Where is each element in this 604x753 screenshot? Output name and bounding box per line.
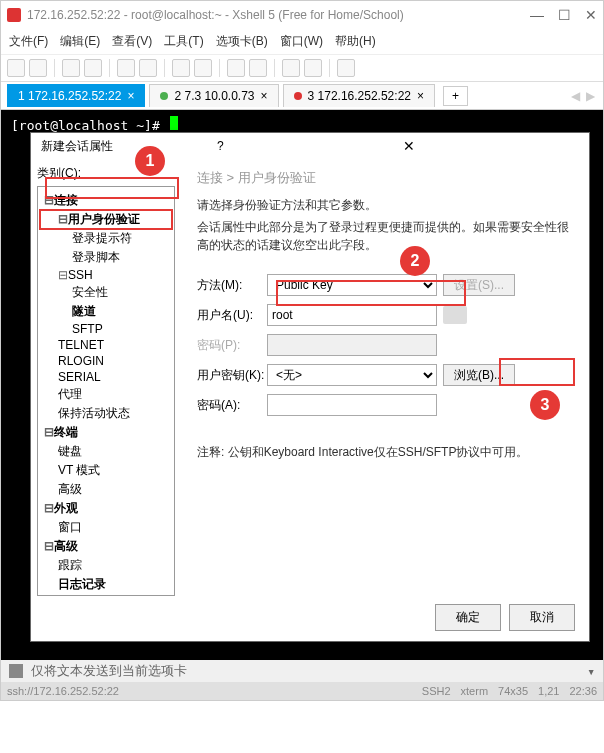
status-pos: 1,21	[538, 685, 559, 697]
tab-prev-icon[interactable]: ◀	[571, 89, 580, 103]
tree-tunnel[interactable]: 隧道	[40, 302, 172, 321]
passphrase-label: 密码(A):	[197, 397, 267, 414]
tree-trace[interactable]: 跟踪	[40, 556, 172, 575]
tree-login-script[interactable]: 登录脚本	[40, 248, 172, 267]
callout-1: 1	[135, 146, 165, 176]
tab-next-icon[interactable]: ▶	[586, 89, 595, 103]
titlebar: 172.16.252.52:22 - root@localhost:~ - Xs…	[1, 1, 603, 29]
tree-window[interactable]: 窗口	[40, 518, 172, 537]
statusbar: ssh://172.16.252.52:22 SSH2 xterm 74x35 …	[1, 682, 603, 700]
passphrase-input[interactable]	[267, 394, 437, 416]
tree-logging[interactable]: 日志记录	[40, 575, 172, 594]
maximize-button[interactable]: ☐	[558, 7, 571, 23]
tree-keepalive[interactable]: 保持活动状态	[40, 404, 172, 423]
method-label: 方法(M):	[197, 277, 267, 294]
tree-telnet[interactable]: TELNET	[40, 337, 172, 353]
find-icon[interactable]	[172, 59, 190, 77]
tab-3-close-icon[interactable]: ×	[417, 89, 424, 103]
dialog-close-icon[interactable]: ✕	[403, 138, 579, 154]
dialog-help-icon[interactable]: ?	[217, 139, 393, 153]
minimize-button[interactable]: —	[530, 7, 544, 23]
connect-icon[interactable]	[62, 59, 80, 77]
color-icon[interactable]	[249, 59, 267, 77]
desc-line1: 请选择身份验证方法和其它参数。	[197, 197, 573, 214]
tree-serial[interactable]: SERIAL	[40, 369, 172, 385]
settings-button[interactable]: 设置(S)...	[443, 274, 515, 296]
tree-keyboard[interactable]: 键盘	[40, 442, 172, 461]
menu-help[interactable]: 帮助(H)	[335, 33, 376, 50]
window-buttons: — ☐ ✕	[530, 7, 597, 23]
tree-advanced[interactable]: 高级	[40, 480, 172, 499]
close-button[interactable]: ✕	[585, 7, 597, 23]
session-tabs: 1 172.16.252.52:22 × 2 7.3 10.0.0.73 × 3…	[1, 82, 603, 110]
tree-ssh[interactable]: ⊟SSH	[40, 267, 172, 283]
tree-rlogin[interactable]: RLOGIN	[40, 353, 172, 369]
status-term: xterm	[461, 685, 489, 697]
tree-connection[interactable]: ⊟连接	[40, 191, 172, 210]
globe-icon[interactable]	[282, 59, 300, 77]
status-address: ssh://172.16.252.52:22	[7, 685, 119, 697]
username-label: 用户名(U):	[197, 307, 267, 324]
menu-view[interactable]: 查看(V)	[112, 33, 152, 50]
password-input	[267, 334, 437, 356]
tree-advanced-group[interactable]: ⊟高级	[40, 537, 172, 556]
terminal-cursor	[170, 116, 178, 130]
toolbar	[1, 55, 603, 82]
tab-2[interactable]: 2 7.3 10.0.0.73 ×	[149, 84, 278, 107]
method-select[interactable]: Public Key	[267, 274, 437, 296]
username-input[interactable]	[267, 304, 437, 326]
tree-security[interactable]: 安全性	[40, 283, 172, 302]
menu-tools[interactable]: 工具(T)	[164, 33, 203, 50]
pin-icon[interactable]	[9, 664, 23, 678]
compose-dropdown-icon[interactable]: ▾	[587, 664, 595, 679]
category-tree[interactable]: ⊟连接 ⊟用户身份验证 登录提示符 登录脚本 ⊟SSH 安全性 隧道 SFTP …	[37, 186, 175, 596]
copy-icon[interactable]	[117, 59, 135, 77]
tree-auth[interactable]: ⊟用户身份验证	[40, 210, 172, 229]
userkey-select[interactable]: <无>	[267, 364, 437, 386]
category-panel: 类别(C): ⊟连接 ⊟用户身份验证 登录提示符 登录脚本 ⊟SSH 安全性 隧…	[31, 159, 181, 599]
xftp-icon[interactable]	[337, 59, 355, 77]
paste-icon[interactable]	[139, 59, 157, 77]
menu-tabs[interactable]: 选项卡(B)	[216, 33, 268, 50]
dialog-titlebar: 新建会话属性 ? ✕	[31, 133, 589, 159]
disconnect-icon[interactable]	[84, 59, 102, 77]
tree-sftp[interactable]: SFTP	[40, 321, 172, 337]
ok-button[interactable]: 确定	[435, 604, 501, 631]
window-title: 172.16.252.52:22 - root@localhost:~ - Xs…	[27, 8, 530, 22]
tabs-nav: ◀ ▶	[571, 89, 603, 103]
cancel-button[interactable]: 取消	[509, 604, 575, 631]
tab-1-close-icon[interactable]: ×	[127, 89, 134, 103]
tab-1[interactable]: 1 172.16.252.52:22 ×	[7, 84, 145, 107]
dialog-footer: 确定 取消	[435, 604, 575, 631]
menu-window[interactable]: 窗口(W)	[280, 33, 323, 50]
status-time: 22:36	[569, 685, 597, 697]
tab-add-button[interactable]: +	[443, 86, 468, 106]
tree-login-prompt[interactable]: 登录提示符	[40, 229, 172, 248]
dialog-title: 新建会话属性	[41, 138, 217, 155]
help-icon[interactable]	[304, 59, 322, 77]
menu-edit[interactable]: 编辑(E)	[60, 33, 100, 50]
new-session-icon[interactable]	[7, 59, 25, 77]
font-icon[interactable]	[227, 59, 245, 77]
tree-filetransfer[interactable]: ⊟文件传输	[40, 594, 172, 596]
compose-placeholder[interactable]: 仅将文本发送到当前选项卡	[31, 662, 187, 680]
session-properties-dialog: 新建会话属性 ? ✕ 类别(C): ⊟连接 ⊟用户身份验证 登录提示符 登录脚本…	[30, 132, 590, 642]
tab-1-label: 1 172.16.252.52:22	[18, 89, 121, 103]
tree-appearance[interactable]: ⊟外观	[40, 499, 172, 518]
status-dot-red	[294, 92, 302, 100]
tree-proxy[interactable]: 代理	[40, 385, 172, 404]
app-icon	[7, 8, 21, 22]
auth-panel: 连接 > 用户身份验证 请选择身份验证方法和其它参数。 会话属性中此部分是为了登…	[181, 159, 589, 599]
browse-button[interactable]: 浏览(B)...	[443, 364, 515, 386]
tree-terminal[interactable]: ⊟终端	[40, 423, 172, 442]
tab-2-close-icon[interactable]: ×	[261, 89, 268, 103]
desc-line2: 会话属性中此部分是为了登录过程更便捷而提供的。如果需要安全性很高的状态的话建议您…	[197, 218, 573, 254]
password-label: 密码(P):	[197, 337, 267, 354]
compose-bar: 仅将文本发送到当前选项卡 ▾	[1, 660, 603, 682]
menu-file[interactable]: 文件(F)	[9, 33, 48, 50]
callout-3: 3	[530, 390, 560, 420]
tab-3[interactable]: 3 172.16.252.52:22 ×	[283, 84, 435, 107]
props-icon[interactable]	[194, 59, 212, 77]
open-icon[interactable]	[29, 59, 47, 77]
tree-vtmode[interactable]: VT 模式	[40, 461, 172, 480]
